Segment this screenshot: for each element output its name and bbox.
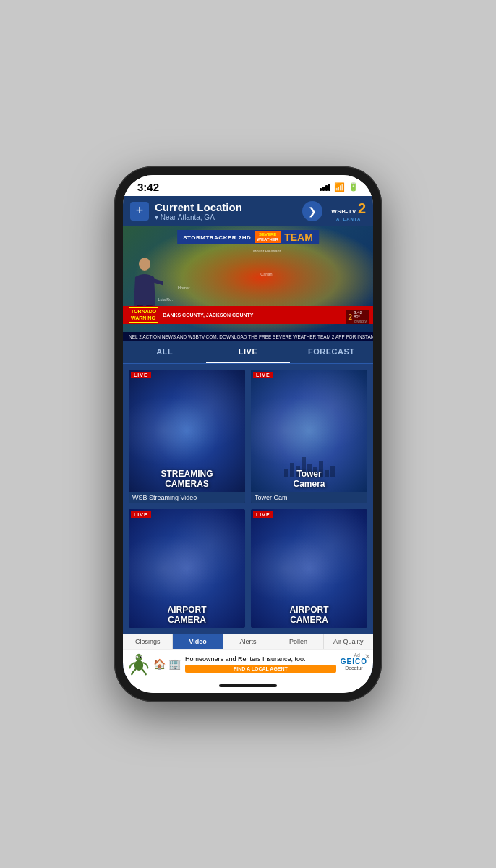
video-tile-tower[interactable]: LIVE Tower Camera Tower Cam: [251, 370, 367, 503]
live-badge-airport1: LIVE: [131, 511, 151, 518]
thumb-bg-airport2: LIVE AIRPORT CAMERA: [251, 509, 367, 628]
geico-location: Decatur: [341, 665, 367, 671]
geico-logo: GEICO Decatur: [341, 658, 367, 671]
severe-text: SEVERE: [259, 232, 276, 237]
nav-air-quality[interactable]: Air Quality: [324, 634, 373, 649]
wsb2-badge: TEAM: [284, 231, 313, 243]
tab-forecast[interactable]: FORECAST: [290, 341, 373, 363]
streaming-video-label: WSB Streaming Video: [129, 492, 245, 503]
app-content: + Current Location ▾ Near Atlanta, GA ❯ …: [123, 196, 373, 678]
map-label-carlan: Carlan: [260, 272, 272, 276]
nav-pollen[interactable]: Pollen: [273, 634, 323, 649]
home-bar[interactable]: [219, 684, 277, 687]
stormtracker-banner: STORMTRACKER 2HD SEVERE WEATHER TEAM: [177, 230, 319, 244]
stormtracker-text: STORMTRACKER 2HD: [183, 234, 251, 241]
wsb-channel-bug: 2 3:42 82° @wsbtv: [346, 310, 369, 324]
video-thumb-airport1: LIVE AIRPORT CAMERA: [129, 509, 245, 628]
location-info: Current Location ▾ Near Atlanta, GA: [155, 201, 296, 221]
ad-main-text: Homeowners and Renters Insurance, too.: [185, 655, 336, 664]
video-tile-airport2[interactable]: LIVE AIRPORT CAMERA: [251, 509, 367, 628]
video-grid: LIVE STREAMING CAMERAS WSB Streaming Vid…: [123, 364, 373, 634]
airport2-label-line1: AIRPORT: [290, 605, 329, 615]
news-ticker: NEL 2 ACTION NEWS AND WSBTV.COM. DOWNLOA…: [123, 332, 373, 341]
location-name: Current Location: [155, 201, 296, 213]
severe-weather-badge: SEVERE WEATHER: [255, 231, 281, 242]
nav-closings[interactable]: Closings: [123, 634, 173, 649]
bug-channel: 2: [349, 313, 353, 321]
video-tile-airport1[interactable]: LIVE AIRPORT CAMERA: [129, 509, 245, 628]
wsb-logo: WSB-TV 2 ATLANTA: [331, 200, 366, 221]
bug-handle: @wsbtv: [354, 319, 367, 323]
tower-label-line2: Camera: [293, 479, 325, 489]
svg-point-0: [139, 258, 150, 271]
ad-sponsored-label: Ad: [354, 652, 360, 658]
live-badge-streaming: LIVE: [131, 372, 151, 378]
tab-live[interactable]: LIVE: [206, 341, 289, 363]
signal-icon: [320, 184, 330, 191]
streaming-label-line1: STREAMING: [161, 469, 213, 479]
airport1-label-line1: AIRPORT: [168, 605, 207, 615]
tab-all[interactable]: ALL: [123, 341, 206, 363]
streaming-label-line2: CAMERAS: [161, 479, 213, 489]
svg-point-7: [136, 656, 137, 658]
ad-text-area: Homeowners and Renters Insurance, too. F…: [185, 655, 336, 673]
tornado-warning-bar: TORNADO WARNING BANKS COUNTY, JACKSON CO…: [123, 306, 373, 324]
video-tile-streaming[interactable]: LIVE STREAMING CAMERAS WSB Streaming Vid…: [129, 370, 245, 503]
ad-close-button[interactable]: ✕: [364, 652, 370, 660]
nav-arrow-button[interactable]: ❯: [302, 201, 322, 221]
building-icon: 🏢: [168, 658, 181, 670]
map-label-homer: Homer: [178, 286, 190, 290]
battery-icon: 🔋: [349, 182, 359, 192]
warning-label: TORNADO WARNING: [129, 307, 158, 323]
ad-icons-row: 🏠 🏢: [153, 658, 181, 670]
thumb-bg-tower: LIVE Tower Camera: [251, 370, 367, 492]
nav-alerts[interactable]: Alerts: [223, 634, 273, 649]
tower-label-line1: Tower: [293, 469, 325, 479]
ad-cta-button[interactable]: FIND A LOCAL AGENT: [185, 665, 336, 673]
airport2-label-box: AIRPORT CAMERA: [290, 605, 329, 625]
phone-screen: 3:42 📶 🔋 + Current Location ▾ Near Atl: [123, 175, 373, 693]
svg-point-8: [140, 656, 142, 658]
status-bar: 3:42 📶 🔋: [123, 175, 373, 196]
geico-gecko-icon: [129, 652, 149, 676]
wsb-tv-text: WSB-TV: [331, 208, 356, 215]
map-label-mount-pleasant: Mount Pleasant: [253, 249, 281, 253]
ad-banner: 🏠 🏢 Homeowners and Renters Insurance, to…: [123, 649, 373, 678]
wifi-icon: 📶: [334, 182, 345, 192]
home-indicator: [123, 678, 373, 693]
video-thumb-tower: LIVE Tower Camera: [251, 370, 367, 492]
wsb-city-text: ATLANTA: [336, 217, 361, 221]
tower-video-label: Tower Cam: [251, 492, 367, 503]
status-icons: 📶 🔋: [320, 182, 359, 192]
bottom-navigation: Closings Video Alerts Pollen Air Quality: [123, 634, 373, 649]
status-time: 3:42: [137, 181, 159, 193]
wsb-channel-number: 2: [358, 200, 366, 217]
video-thumb-airport2: LIVE AIRPORT CAMERA: [251, 509, 367, 628]
thumb-bg-airport1: LIVE AIRPORT CAMERA: [129, 509, 245, 628]
add-location-button[interactable]: +: [130, 202, 149, 221]
thumb-bg-streaming: LIVE STREAMING CAMERAS: [129, 370, 245, 492]
airport1-label-box: AIRPORT CAMERA: [168, 605, 207, 625]
home-icon: 🏠: [153, 658, 166, 670]
tab-bar: ALL LIVE FORECAST: [123, 341, 373, 364]
streaming-label-box: STREAMING CAMERAS: [161, 469, 213, 489]
nav-video[interactable]: Video: [173, 634, 223, 649]
live-badge-tower: LIVE: [253, 372, 273, 378]
geico-brand-name: GEICO: [341, 658, 367, 665]
weather-text: WEATHER: [257, 237, 278, 242]
airport2-label-line2: CAMERA: [290, 615, 329, 625]
tower-label-box: Tower Camera: [293, 469, 325, 489]
weather-video-area[interactable]: Mount Pleasant Homer Lula Rd. Banks Coun…: [123, 226, 373, 341]
app-header: + Current Location ▾ Near Atlanta, GA ❯ …: [123, 196, 373, 226]
warning-counties: BANKS COUNTY, JACKSON COUNTY: [163, 312, 253, 318]
live-badge-airport2: LIVE: [253, 511, 273, 518]
airport1-label-line2: CAMERA: [168, 615, 207, 625]
video-thumb-streaming: LIVE STREAMING CAMERAS: [129, 370, 245, 492]
phone-device: 3:42 📶 🔋 + Current Location ▾ Near Atl: [114, 166, 382, 702]
bug-info: 3:42 82° @wsbtv: [354, 310, 367, 323]
location-sub: ▾ Near Atlanta, GA: [155, 213, 296, 221]
